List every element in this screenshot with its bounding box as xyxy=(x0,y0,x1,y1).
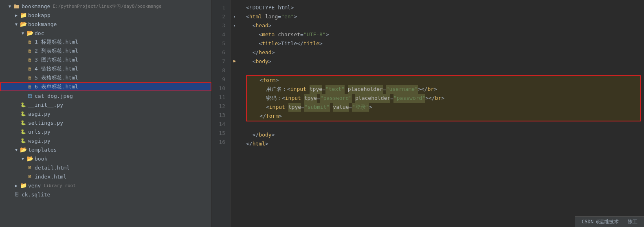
code-line-7: <body> xyxy=(246,57,644,66)
templates-label: templates xyxy=(28,147,57,153)
templates-arrow: ▼ xyxy=(13,148,20,152)
settings-icon: 🐍 xyxy=(20,120,27,126)
templates-folder-icon: 📂 xyxy=(20,146,27,153)
file6-label: 6 表单标签.html xyxy=(35,83,78,90)
sidebar-item-asgi[interactable]: 🐍 asgi.py xyxy=(0,109,211,118)
file1-icon: 🗎 xyxy=(26,40,33,45)
venv-folder-icon: 📁 xyxy=(20,182,27,189)
doc-arrow: ▼ xyxy=(20,31,26,35)
catdog-icon: 🖼 xyxy=(26,93,33,99)
code-line-8 xyxy=(246,66,644,75)
book-folder-icon: 📂 xyxy=(26,155,33,162)
sidebar-item-file6[interactable]: 🗎 6 表单标签.html xyxy=(0,82,211,91)
file3-icon: 🗎 xyxy=(26,57,33,63)
code-line-16: </html> xyxy=(246,139,644,148)
file-tree[interactable]: ▼ bookmange E:/pythonProject/linux学习/day… xyxy=(0,0,212,227)
file3-label: 3 图片标签.html xyxy=(35,56,78,64)
sidebar-item-file3[interactable]: 🗎 3 图片标签.html xyxy=(0,55,211,64)
tree-root[interactable]: ▼ bookmange E:/pythonProject/linux学习/day… xyxy=(0,2,211,11)
bookmange-folder-icon: 📂 xyxy=(20,21,27,27)
code-line-1: <!DOCTYPE html> xyxy=(246,3,644,12)
doc-label: doc xyxy=(35,30,44,36)
code-line-10: 用户名：<input tpye="text" placeholder="user… xyxy=(247,85,640,94)
asgi-icon: 🐍 xyxy=(20,111,27,117)
sidebar-item-wsgi[interactable]: 🐍 wsgi.py xyxy=(0,136,211,145)
venv-arrow: ▶ xyxy=(13,183,20,188)
file4-icon: 🗎 xyxy=(26,66,33,72)
code-line-5: <title>Title</title> xyxy=(246,39,644,48)
code-editor: 1 2 3 4 5 6 7 8 9 10 11 12 13 14 15 16 ◂… xyxy=(212,0,644,227)
sidebar-item-file1[interactable]: 🗎 1 标题标签.html xyxy=(0,37,211,46)
sidebar-item-urls[interactable]: 🐍 urls.py xyxy=(0,127,211,136)
code-line-2: <html lang="en"> xyxy=(246,12,644,21)
sidebar-item-init[interactable]: 🐍 __init__.py xyxy=(0,100,211,109)
index-icon: 🗎 xyxy=(26,174,33,179)
sidebar-item-index[interactable]: 🗎 index.html xyxy=(0,172,211,181)
code-line-4: <meta charset="UTF-8"> xyxy=(246,30,644,39)
watermark: CSDN @运维技术 - 陈工 xyxy=(575,216,644,227)
file5-icon: 🗎 xyxy=(26,75,33,81)
index-label: index.html xyxy=(35,174,66,180)
sidebar-item-file4[interactable]: 🗎 4 链接标签.html xyxy=(0,64,211,73)
root-folder-icon xyxy=(13,3,20,9)
sidebar-item-venv[interactable]: ▶ 📁 venv library root xyxy=(0,181,211,190)
sidebar-item-book[interactable]: ▼ 📂 book xyxy=(0,154,211,163)
sidebar-item-file2[interactable]: 🗎 2 列表标签.html xyxy=(0,46,211,55)
code-line-9: <form> xyxy=(247,76,640,85)
code-line-11: 密码：<input tpye="password" placeholder="p… xyxy=(247,94,640,103)
sidebar-item-catdog[interactable]: 🖼 cat dog.jpeg xyxy=(0,91,211,100)
doc-folder-icon: 📂 xyxy=(26,30,33,36)
wsgi-label: wsgi.py xyxy=(28,138,51,144)
venv-label: venv xyxy=(28,183,41,189)
bookapp-arrow: ▶ xyxy=(13,13,20,18)
init-icon: 🐍 xyxy=(20,102,27,108)
detail-label: detail.html xyxy=(35,165,70,171)
bookmange-label: bookmange xyxy=(28,21,57,27)
wsgi-icon: 🐍 xyxy=(20,138,27,143)
sidebar-item-file5[interactable]: 🗎 5 表格标签.html xyxy=(0,73,211,82)
asgi-label: asgi.py xyxy=(28,111,51,117)
bookapp-folder-icon: 📁 xyxy=(20,12,27,18)
sidebar-item-db[interactable]: 🗄 ck.sqlite xyxy=(0,190,211,199)
bookmange-arrow: ▼ xyxy=(13,22,20,26)
book-label: book xyxy=(35,156,47,162)
urls-label: urls.py xyxy=(28,129,51,135)
sidebar-item-settings[interactable]: 🐍 settings.py xyxy=(0,118,211,127)
highlight-region: <form> 用户名：<input tpye="text" placeholde… xyxy=(246,75,641,121)
code-content[interactable]: <!DOCTYPE html> <html lang="en"> <head> … xyxy=(238,0,644,227)
sidebar-item-detail[interactable]: 🗎 detail.html xyxy=(0,163,211,172)
file1-label: 1 标题标签.html xyxy=(35,38,78,46)
code-line-3: <head> xyxy=(246,21,644,30)
book-arrow: ▼ xyxy=(20,156,26,161)
code-line-15: </body> xyxy=(246,130,644,139)
sidebar-item-bookmange[interactable]: ▼ 📂 bookmange xyxy=(0,20,211,29)
sidebar-item-templates[interactable]: ▼ 📂 templates xyxy=(0,145,211,154)
init-label: __init__.py xyxy=(28,102,63,108)
file4-label: 4 链接标签.html xyxy=(35,65,78,73)
root-arrow: ▼ xyxy=(7,4,13,9)
urls-icon: 🐍 xyxy=(20,129,27,134)
bookapp-label: bookapp xyxy=(28,12,51,18)
catdog-label: cat dog.jpeg xyxy=(35,93,73,99)
db-icon: 🗄 xyxy=(13,192,20,197)
settings-label: settings.py xyxy=(28,120,63,126)
gutter: ◂ ◂ ⚑ xyxy=(231,0,238,227)
code-line-13: </form> xyxy=(247,112,640,121)
venv-suffix: library root xyxy=(43,183,75,188)
detail-icon: 🗎 xyxy=(26,165,33,170)
root-path: E:/pythonProject/linux学习/day8/bookmange xyxy=(53,3,161,9)
sidebar-item-doc[interactable]: ▼ 📂 doc xyxy=(0,29,211,37)
code-line-14 xyxy=(246,121,644,130)
code-line-6: </head> xyxy=(246,48,644,57)
file2-label: 2 列表标签.html xyxy=(35,47,78,55)
root-label: bookmange xyxy=(22,3,50,9)
sidebar-item-bookapp[interactable]: ▶ 📁 bookapp xyxy=(0,11,211,20)
file2-icon: 🗎 xyxy=(26,48,33,54)
db-label: ck.sqlite xyxy=(22,192,50,198)
line-numbers: 1 2 3 4 5 6 7 8 9 10 11 12 13 14 15 16 xyxy=(212,0,231,227)
file5-label: 5 表格标签.html xyxy=(35,74,78,82)
code-line-12: <input tpye="submit" value="登录"> xyxy=(247,103,640,112)
file6-icon: 🗎 xyxy=(26,84,33,90)
